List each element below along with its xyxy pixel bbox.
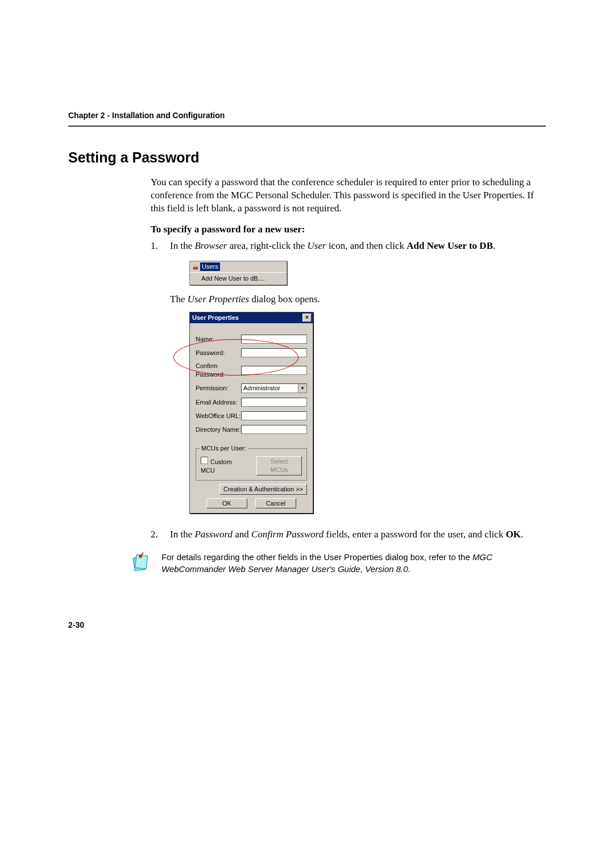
step-1: 1. In the Browser area, right-click the … (151, 240, 546, 523)
step-2-text: In the Password and Confirm Password fie… (170, 528, 546, 541)
page-number: 2-30 (68, 620, 546, 629)
step-2: 2. In the Password and Confirm Password … (151, 528, 546, 541)
select-mcus-button: Select MCUs (256, 456, 302, 475)
mcus-per-user-group: MCUs per User: Custom MCU Select MCUs (196, 448, 307, 481)
permission-value: Administrator (242, 384, 298, 393)
procedure-subhead: To specify a password for a new user: (151, 223, 546, 236)
chapter-header: Chapter 2 - Installation and Configurati… (68, 111, 546, 120)
svg-point-0 (193, 264, 196, 267)
close-icon[interactable]: × (302, 314, 312, 322)
users-node-label: Users (200, 262, 220, 271)
section-title: Setting a Password (68, 149, 546, 166)
cancel-button[interactable]: Cancel (255, 498, 296, 509)
label-name: Name: (196, 335, 241, 344)
dialog-titlebar: User Properties × (190, 312, 313, 323)
svg-rect-2 (193, 267, 198, 270)
label-directory-name: Directory Name: (196, 425, 241, 434)
note-pushpin-icon (131, 552, 150, 572)
dialog-title: User Properties (192, 314, 239, 322)
note-block: For details regarding the other fields i… (131, 552, 546, 575)
user-properties-dialog: User Properties × Name: Password: (189, 312, 313, 514)
step-number: 2. (151, 528, 170, 541)
chevron-down-icon: ▼ (298, 384, 306, 393)
checkbox-icon (201, 457, 208, 464)
label-password: Password: (196, 349, 241, 357)
name-field[interactable] (241, 335, 307, 344)
permission-dropdown[interactable]: Administrator ▼ (241, 383, 307, 393)
label-weboffice-url: WebOffice URL: (196, 412, 241, 420)
email-field[interactable] (241, 398, 307, 407)
directory-name-field[interactable] (241, 425, 307, 434)
context-menu-item-add-user[interactable]: Add New User to dB.... (190, 273, 287, 285)
custom-mcu-checkbox-row[interactable]: Custom MCU (201, 457, 246, 475)
intro-paragraph: You can specify a password that the conf… (151, 176, 546, 215)
step-1-result-text: The User Properties dialog box opens. (170, 293, 546, 306)
ok-button[interactable]: OK (206, 498, 247, 509)
users-icon (192, 264, 199, 270)
confirm-password-field[interactable] (241, 366, 307, 375)
weboffice-url-field[interactable] (241, 411, 307, 420)
context-menu-screenshot: Users Add New User to dB.... (189, 261, 287, 286)
note-text: For details regarding the other fields i… (161, 552, 546, 575)
password-field[interactable] (241, 348, 307, 357)
header-rule (68, 126, 546, 127)
label-confirm-password: Confirm Password: (196, 362, 241, 379)
step-1-text: In the Browser area, right-click the Use… (170, 240, 546, 253)
step-number: 1. (151, 240, 170, 523)
group-legend: MCUs per User: (200, 444, 248, 453)
label-email: Email Address: (196, 398, 241, 407)
creation-authentication-button[interactable]: Creation & Authentication >> (219, 484, 307, 495)
label-permission: Permission: (196, 384, 241, 393)
